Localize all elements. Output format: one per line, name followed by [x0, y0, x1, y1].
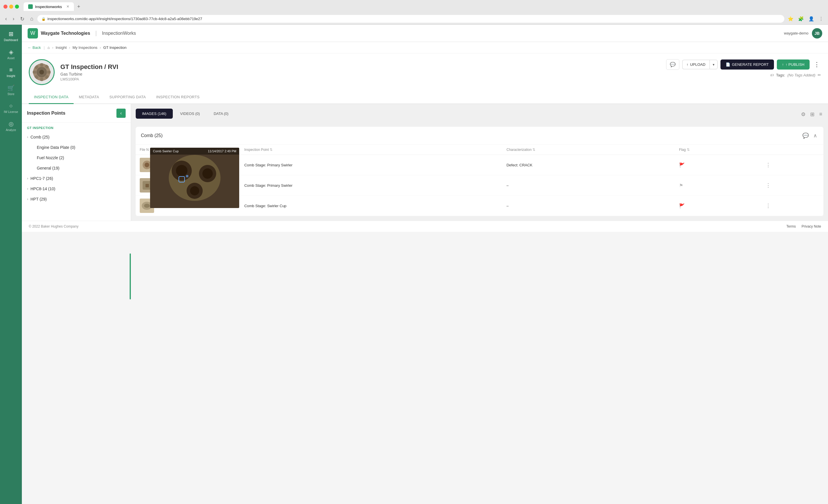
sidebar-item-store[interactable]: 🛒 Store: [0, 81, 22, 99]
sidebar-label-insight: Insight: [7, 75, 15, 78]
point-item-fuel-nozzle[interactable]: Fuel Nozzle (2): [22, 152, 131, 163]
svg-point-27: [190, 186, 199, 195]
row-more-button-3[interactable]: ⋮: [765, 202, 771, 209]
minimize-dot[interactable]: [9, 5, 13, 9]
menu-icon[interactable]: ⋮: [818, 15, 825, 22]
sidebar-item-dashboard[interactable]: ⊞ Dashboard: [0, 27, 22, 45]
edit-tags-button[interactable]: ✏: [818, 73, 821, 77]
upload-button[interactable]: ↑ UPLOAD: [682, 60, 710, 69]
tag-icon: 🏷: [770, 73, 774, 77]
breadcrumb-insight[interactable]: Insight: [56, 45, 67, 50]
breadcrumb-gt-inspection[interactable]: GT Inspection: [103, 45, 126, 50]
browser-chrome: Inspectionworks × + ‹ › ↻ ⌂ 🔒 inspection…: [0, 0, 828, 25]
tab-title: Inspectionworks: [35, 5, 62, 9]
point-item-engine-data-plate[interactable]: Engine Data Plate (0): [22, 142, 131, 152]
cell-more-3: ⋮: [761, 196, 823, 216]
url-bar[interactable]: 🔒 inspectionworks.com/dic-app/#/insight/…: [37, 15, 784, 23]
breadcrumb-my-inspections[interactable]: My Inspections: [73, 45, 97, 50]
back-button[interactable]: ← Back: [28, 45, 41, 50]
bookmark-icon[interactable]: ⭐: [787, 15, 795, 22]
row-more-button-1[interactable]: ⋮: [765, 162, 771, 168]
media-tab-data[interactable]: DATA (0): [207, 108, 235, 119]
new-tab-button[interactable]: +: [77, 4, 81, 10]
topbar-left: W Waygate Technologies | InspectionWorks: [28, 28, 136, 39]
grid-view-icon[interactable]: ⊞: [809, 110, 816, 119]
footer-privacy-link[interactable]: Privacy Note: [801, 224, 821, 228]
popup-header: Comb Swirler Cup 11/14/2017 2:49 PM: [150, 148, 239, 154]
point-item-comb[interactable]: › Comb (25): [22, 132, 131, 142]
maximize-dot[interactable]: [15, 5, 19, 9]
close-dot[interactable]: [3, 5, 7, 9]
collapse-panel-button[interactable]: ‹: [116, 108, 126, 118]
section-collapse-icon[interactable]: ∧: [812, 131, 818, 140]
home-icon[interactable]: ⌂: [47, 45, 50, 50]
comment-button[interactable]: 💬: [666, 59, 679, 70]
analyze-icon: ◎: [9, 121, 13, 127]
sort-char-icon[interactable]: ⇅: [532, 148, 535, 152]
section-header: Comb (25) 💬 ∧: [136, 127, 823, 145]
footer-copyright: © 2022 Baker Hughes Company: [29, 224, 79, 228]
footer-terms-link[interactable]: Terms: [786, 224, 796, 228]
point-name-engine-data-plate: Engine Data Plate (0): [27, 145, 75, 150]
svg-point-13: [144, 163, 149, 167]
svg-point-19: [144, 204, 150, 208]
cell-ip-2: Comb Stage: Primary Swirler: [240, 175, 503, 196]
media-tab-videos[interactable]: VIDEOS (0): [174, 108, 206, 119]
inspection-gear-image: [32, 62, 52, 82]
generate-report-button[interactable]: 📄 GENERATE REPORT: [720, 59, 774, 70]
chevron-icon-hpc8: ›: [27, 187, 28, 191]
point-item-hpc8-14[interactable]: › HPC8-14 (10): [22, 184, 131, 194]
svg-point-25: [176, 165, 188, 176]
col-flag: Flag ⇅: [675, 145, 762, 155]
svg-point-26: [202, 168, 213, 179]
brand-name: Waygate Technologies: [41, 31, 90, 36]
profile-icon[interactable]: 👤: [807, 15, 815, 22]
upload-dropdown-button[interactable]: ▾: [710, 60, 717, 69]
cell-more-2: ⋮: [761, 175, 823, 196]
publish-icon: ↑: [782, 62, 784, 67]
svg-rect-3: [40, 63, 43, 67]
sidebar-item-analyze[interactable]: ◎ Analyze: [0, 117, 22, 135]
point-name-hpc8-14: HPC8-14 (10): [31, 186, 55, 191]
inspection-actions: 💬 ↑ UPLOAD ▾ 📄 GENERATE REPORT ↑: [666, 59, 821, 77]
sort-ip-icon[interactable]: ⇅: [270, 148, 273, 152]
user-avatar[interactable]: JB: [812, 28, 822, 39]
browser-tab[interactable]: Inspectionworks ×: [24, 2, 74, 11]
publish-button[interactable]: ↑ ↑ PUBLISH: [777, 59, 810, 70]
inspection-title: GT Inspection / RVI: [60, 63, 118, 71]
tab-supporting-data[interactable]: SUPPORTING DATA: [105, 91, 151, 104]
flag-icon-2[interactable]: ⚑: [679, 183, 683, 188]
generate-icon: 📄: [726, 62, 730, 67]
flag-icon-3[interactable]: 🚩: [679, 203, 685, 208]
tab-inspection-data[interactable]: INSPECTION DATA: [29, 91, 74, 104]
extensions-icon[interactable]: 🧩: [797, 15, 805, 22]
point-item-hpt[interactable]: › HPT (29): [22, 194, 131, 204]
tab-inspection-reports[interactable]: INSPECTION REPORTS: [151, 91, 205, 104]
more-options-button[interactable]: ⋮: [813, 60, 821, 70]
url-text: inspectionworks.com/dic-app/#/insight/in…: [47, 17, 202, 21]
tab-close-icon[interactable]: ×: [67, 4, 69, 9]
nav-back-button[interactable]: ‹: [3, 15, 9, 22]
filter-icon[interactable]: ⚙: [800, 110, 807, 119]
insight-icon: ≡: [9, 67, 13, 73]
section-comment-icon[interactable]: 💬: [801, 131, 810, 140]
tab-metadata[interactable]: METADATA: [74, 91, 104, 104]
sidebar-item-asset[interactable]: ◈ Asset: [0, 45, 22, 63]
sidebar-item-iw-license[interactable]: ○ IW License: [0, 99, 22, 117]
point-item-general[interactable]: General (19): [22, 163, 131, 173]
svg-rect-16: [146, 184, 149, 187]
breadcrumb-sep-3: ›: [100, 45, 101, 50]
nav-refresh-button[interactable]: ↻: [18, 15, 26, 23]
nav-forward-button[interactable]: ›: [11, 15, 16, 22]
nav-home-button[interactable]: ⌂: [29, 15, 35, 22]
sidebar-item-insight[interactable]: ≡ Insight: [0, 63, 22, 81]
right-panel: IMAGES (146) VIDEOS (0) DATA (0) ⚙ ⊞ ≡ C…: [131, 104, 828, 221]
media-tab-images[interactable]: IMAGES (146): [136, 108, 173, 119]
point-item-hpc1-7[interactable]: › HPC1-7 (26): [22, 173, 131, 184]
sort-flag-icon[interactable]: ⇅: [687, 148, 690, 152]
list-view-icon[interactable]: ≡: [818, 110, 823, 119]
row-more-button-2[interactable]: ⋮: [765, 182, 771, 188]
flag-icon-1[interactable]: 🚩: [679, 163, 685, 168]
dashboard-icon: ⊞: [9, 31, 13, 37]
inspection-header: GT Inspection / RVI Gas Turbine LMS100PA…: [22, 53, 828, 91]
